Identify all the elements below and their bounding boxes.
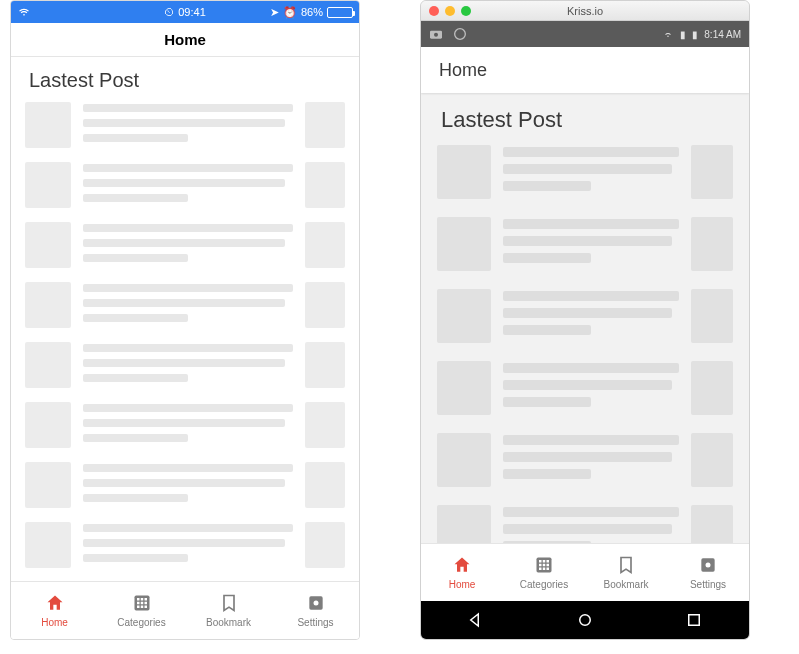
svg-point-11 [313, 601, 318, 606]
mac-window: Kriss.io ▮ ▮ 8:14 AM Home Lastest Post [420, 0, 750, 640]
svg-rect-24 [547, 568, 550, 571]
tabbar: Home Categories Bookmark Settings [11, 581, 359, 639]
svg-rect-9 [144, 606, 147, 609]
window-title: Kriss.io [567, 5, 603, 17]
svg-point-26 [706, 563, 711, 568]
skeleton-item [25, 402, 345, 448]
svg-point-13 [434, 33, 438, 37]
tabbar: Home Categories Bookmark Settings [421, 543, 749, 601]
svg-rect-1 [137, 598, 140, 601]
back-icon[interactable] [466, 610, 486, 630]
tab-label: Bookmark [603, 579, 648, 590]
signal-icon: ▮ [680, 29, 686, 40]
home-icon [45, 593, 65, 615]
grid-icon [132, 593, 152, 615]
tab-label: Home [41, 617, 68, 628]
zoom-icon[interactable] [461, 6, 471, 16]
page-title: Home [439, 60, 487, 81]
svg-rect-18 [547, 560, 550, 563]
svg-rect-19 [539, 564, 542, 567]
tab-home[interactable]: Home [11, 582, 98, 639]
svg-point-14 [455, 29, 466, 40]
android-appbar: Home [421, 47, 749, 93]
svg-rect-23 [543, 568, 546, 571]
skeleton-thumb [25, 102, 71, 148]
tab-categories[interactable]: Categories [503, 544, 585, 601]
skeleton-item [437, 217, 733, 271]
camera-icon[interactable] [427, 25, 445, 43]
status-time: 8:14 AM [704, 29, 741, 40]
tab-settings[interactable]: Settings [272, 582, 359, 639]
battery-icon: ▮ [692, 29, 698, 40]
tab-bookmark[interactable]: Bookmark [185, 582, 272, 639]
tab-label: Categories [117, 617, 165, 628]
android-screen: Home Lastest Post [421, 47, 749, 639]
skeleton-item [437, 433, 733, 487]
content-area[interactable]: Lastest Post [11, 57, 359, 581]
content-area[interactable]: Lastest Post [421, 93, 749, 543]
tab-categories[interactable]: Categories [98, 582, 185, 639]
skeleton-item [25, 342, 345, 388]
svg-rect-3 [144, 598, 147, 601]
status-battery-pct: 86% [301, 6, 323, 18]
recents-icon[interactable] [684, 610, 704, 630]
skeleton-thumb [305, 102, 345, 148]
iphone-frame: ⏲ 09:41 ➤ ⏰ 86% Home Lastest Post [10, 0, 360, 640]
home-circle-icon[interactable] [575, 610, 595, 630]
svg-point-27 [580, 615, 591, 626]
skeleton-item [25, 162, 345, 208]
skeleton-item [25, 222, 345, 268]
mac-titlebar: Kriss.io [421, 1, 749, 21]
close-icon[interactable] [429, 6, 439, 16]
skeleton-item [437, 505, 733, 543]
skeleton-item [25, 102, 345, 148]
bookmark-icon [616, 555, 636, 577]
bookmark-icon [219, 593, 239, 615]
status-time: 09:41 [178, 6, 206, 18]
skeleton-item [25, 282, 345, 328]
svg-rect-20 [543, 564, 546, 567]
section-title: Lastest Post [441, 107, 733, 133]
tab-label: Categories [520, 579, 568, 590]
svg-rect-21 [547, 564, 550, 567]
svg-rect-5 [140, 602, 143, 605]
android-system-navbar [421, 601, 749, 639]
svg-rect-7 [137, 606, 140, 609]
wifi-icon [17, 4, 31, 20]
power-icon[interactable] [451, 25, 469, 43]
svg-rect-17 [543, 560, 546, 563]
section-title: Lastest Post [29, 69, 345, 92]
tab-label: Bookmark [206, 617, 251, 628]
tab-home[interactable]: Home [421, 544, 503, 601]
skeleton-list [437, 145, 733, 543]
tab-bookmark[interactable]: Bookmark [585, 544, 667, 601]
gear-icon [698, 555, 718, 577]
svg-rect-6 [144, 602, 147, 605]
skeleton-item [437, 145, 733, 199]
grid-icon [534, 555, 554, 577]
page-title: Home [164, 31, 206, 48]
svg-rect-16 [539, 560, 542, 563]
tab-label: Home [449, 579, 476, 590]
ios-navbar: Home [11, 23, 359, 57]
minimize-icon[interactable] [445, 6, 455, 16]
emulator-toolbar: ▮ ▮ 8:14 AM [421, 21, 749, 47]
tab-label: Settings [297, 617, 333, 628]
location-icon: ➤ [270, 6, 279, 19]
svg-rect-4 [137, 602, 140, 605]
wifi-icon [662, 27, 674, 41]
skeleton-item [25, 462, 345, 508]
gear-icon [306, 593, 326, 615]
alarm-icon: ⏰ [283, 6, 297, 19]
home-icon [452, 555, 472, 577]
battery-icon [327, 7, 353, 18]
svg-rect-2 [140, 598, 143, 601]
tab-settings[interactable]: Settings [667, 544, 749, 601]
skeleton-item [25, 522, 345, 568]
tab-label: Settings [690, 579, 726, 590]
ios-clock-icon: ⏲ [164, 6, 175, 18]
svg-rect-8 [140, 606, 143, 609]
svg-rect-28 [689, 615, 700, 626]
skeleton-item [437, 289, 733, 343]
skeleton-item [437, 361, 733, 415]
